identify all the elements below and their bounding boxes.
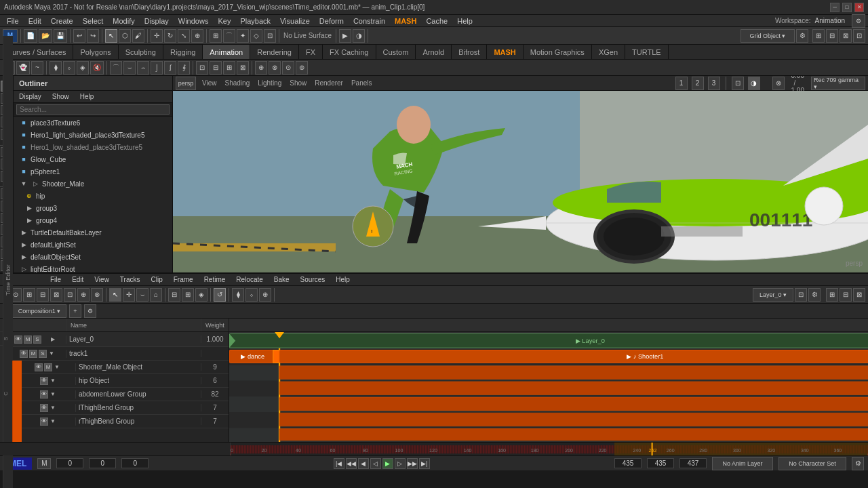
tab-animation[interactable]: Animation	[203, 45, 250, 59]
status-current-frame-left[interactable]: 0	[89, 458, 116, 468]
track-shooter-male[interactable]: 👁 M ▼ Shooter_Male Object 9	[22, 361, 229, 374]
track-collapse-btn[interactable]: ▼	[50, 418, 56, 425]
te-tb-layer-dropdown[interactable]: Layer_0 ▾	[753, 288, 793, 302]
tab-arnold[interactable]: Arnold	[416, 45, 452, 59]
tb2-ghost[interactable]: 👻	[16, 61, 30, 75]
playback-prev-key[interactable]: ◀◀	[346, 458, 357, 469]
tab-bifrost[interactable]: Bifrost	[452, 45, 487, 59]
vp-menu-lighting[interactable]: Lighting	[258, 79, 281, 87]
track-collapse-btn[interactable]: ▼	[50, 378, 56, 384]
track-mute-btn[interactable]: M	[44, 363, 52, 371]
tb2-tangent1[interactable]: ⌒	[110, 61, 122, 75]
tree-item-light-editor-root[interactable]: ▷ lightEditorRoot	[14, 263, 172, 272]
tb2-create-key[interactable]: ⧫	[50, 61, 62, 75]
playback-next-key[interactable]: ▶▶	[407, 458, 418, 469]
vp-menu-shading[interactable]: Shading	[225, 79, 250, 87]
tree-item-default-light-set[interactable]: ▶ defaultLightSet	[14, 239, 172, 251]
track-layer0[interactable]: 👁 M S ▶ Layer_0 1.000	[12, 332, 229, 347]
te-layout2[interactable]: ⊟	[840, 288, 852, 302]
menu-mash[interactable]: MASH	[391, 16, 420, 26]
tab-turtle[interactable]: TURTLE	[625, 45, 669, 59]
tree-item-shooter-male[interactable]: ▼ ▷ Shooter_Male	[14, 178, 172, 190]
tb-snap-curve[interactable]: ⌒	[223, 29, 235, 43]
tb-rotate[interactable]: ↻	[164, 29, 176, 43]
outliner-menu-help[interactable]: Help	[77, 93, 97, 100]
vp-menu-show[interactable]: Show	[290, 79, 307, 87]
tb-snap-point[interactable]: ✦	[237, 29, 249, 43]
vp-menu-view[interactable]: View	[202, 79, 217, 87]
tree-item-glow-cube[interactable]: ■ Glow_Cube	[14, 153, 172, 165]
tb-layout2[interactable]: ⊟	[826, 29, 838, 43]
menu-modify[interactable]: Modify	[108, 16, 138, 26]
te-layout1[interactable]: ⊞	[826, 288, 838, 302]
menu-help[interactable]: Help	[453, 16, 477, 26]
menu-edit[interactable]: Edit	[24, 16, 45, 26]
track-abdomen[interactable]: 👁 ▼ abdomenLower Group 82	[22, 388, 229, 401]
menu-cache[interactable]: Cache	[422, 16, 452, 26]
vp-menu-panels[interactable]: Panels	[351, 79, 372, 87]
tb-settings[interactable]: ⚙	[796, 29, 808, 43]
vp-isolate[interactable]: ⊗	[772, 77, 785, 90]
vp-btn2[interactable]: 2	[692, 77, 704, 90]
te-tb-options[interactable]: ⚙	[808, 288, 821, 302]
tree-item-turtle-bake[interactable]: ▶ TurtleDefaultBakeLayer	[14, 226, 172, 239]
tb-undo[interactable]: ↩	[73, 29, 85, 43]
tree-item-group3[interactable]: ▶ group3	[14, 202, 172, 214]
tb-select[interactable]: ↖	[105, 29, 117, 43]
maximize-btn[interactable]: □	[842, 3, 852, 12]
te-tb-loop[interactable]: ↺	[214, 288, 226, 302]
playback-play-back[interactable]: ◁	[370, 458, 381, 469]
tab-motion-graphics[interactable]: Motion Graphics	[524, 45, 592, 59]
tb2-tangent6[interactable]: ∮	[178, 61, 190, 75]
te-layout3[interactable]: ⊠	[853, 288, 865, 302]
te-tb-merge[interactable]: ⊞	[182, 288, 194, 302]
track-eye-btn[interactable]: 👁	[40, 418, 48, 426]
workspace-btn[interactable]: ⚙	[852, 14, 865, 28]
te-menu-tracks[interactable]: Tracks	[116, 275, 144, 284]
tb-lasso[interactable]: ⬡	[119, 29, 131, 43]
vp-menu-renderer[interactable]: Renderer	[315, 79, 343, 87]
tree-item-psphere1[interactable]: ■ pSphere1	[14, 165, 172, 178]
track-collapse-btn[interactable]: ▶	[50, 336, 56, 343]
tb2-skeleton1[interactable]: ⊙	[282, 61, 294, 75]
status-anim-layer[interactable]: No Anim Layer	[712, 457, 773, 470]
tb-layout3[interactable]: ⊠	[840, 29, 852, 43]
status-te-current[interactable]: 435	[614, 458, 642, 468]
menu-playback[interactable]: Playback	[236, 16, 275, 26]
menu-key[interactable]: Key	[214, 16, 235, 26]
minimize-btn[interactable]: ─	[830, 3, 840, 12]
menu-create[interactable]: Create	[47, 16, 77, 26]
track-lthigh[interactable]: 👁 ▼ lThighBend Group 7	[22, 401, 229, 415]
te-tb-key3[interactable]: ⊕	[259, 288, 271, 302]
track-collapse-btn[interactable]: ▼	[50, 391, 56, 398]
outliner-menu-show[interactable]: Show	[50, 93, 72, 100]
track-eye-btn[interactable]: 👁	[35, 363, 43, 371]
track-eye-btn[interactable]: 👁	[40, 377, 48, 385]
playback-next-frame[interactable]: ▷	[395, 458, 406, 469]
tree-item-hero1-low[interactable]: ■ Hero1_low_shaded_place3dTexture5	[14, 141, 172, 153]
track-collapse-btn[interactable]: ▼	[54, 364, 60, 371]
track-collapse-btn[interactable]: ▼	[50, 405, 56, 411]
menu-windows[interactable]: Windows	[174, 16, 213, 26]
te-menu-relocate[interactable]: Relocate	[232, 275, 267, 284]
tb-workspace-select[interactable]: Grid Object ▾	[741, 29, 795, 43]
vp-camera-btn[interactable]: persp	[176, 77, 196, 90]
status-frame-437[interactable]: 437	[679, 458, 707, 468]
tb-snap-surface[interactable]: ◇	[250, 29, 262, 43]
te-menu-bake[interactable]: Bake	[270, 275, 294, 284]
tb-render[interactable]: ▶	[339, 29, 351, 43]
te-tb-key1[interactable]: ⧫	[232, 288, 244, 302]
te-tb-btn5[interactable]: ⊡	[64, 288, 76, 302]
menu-constrain[interactable]: Constrain	[349, 16, 389, 26]
tree-item-group4[interactable]: ▶ group4	[14, 214, 172, 226]
tb-snap-view[interactable]: ⊡	[264, 29, 276, 43]
vp-gamma[interactable]: Rec 709 gamma ▾	[811, 77, 865, 90]
playback-skip-forward[interactable]: ▶|	[419, 458, 430, 469]
track-eye-btn[interactable]: 👁	[14, 336, 22, 344]
window-controls[interactable]: ─ □ ✕	[830, 3, 864, 12]
te-menu-clip[interactable]: Clip	[147, 275, 167, 284]
track-collapse-btn[interactable]: ▼	[48, 350, 55, 357]
vp-wireframe[interactable]: ⊡	[732, 77, 744, 90]
status-char-set[interactable]: No Character Set	[778, 457, 846, 470]
tb2-constraint2[interactable]: ⊗	[269, 61, 281, 75]
